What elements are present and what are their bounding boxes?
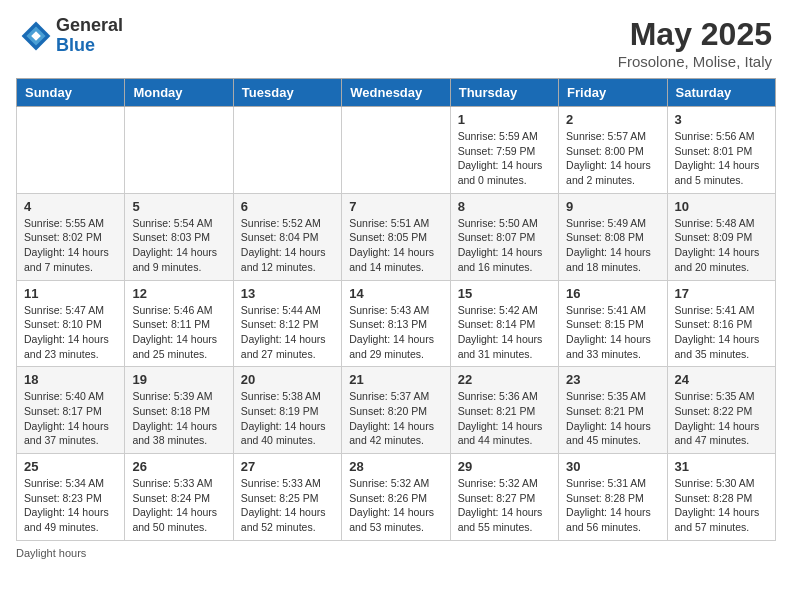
calendar-week-row: 25Sunrise: 5:34 AM Sunset: 8:23 PM Dayli… bbox=[17, 454, 776, 541]
day-info: Sunrise: 5:35 AM Sunset: 8:21 PM Dayligh… bbox=[566, 389, 659, 448]
day-number: 4 bbox=[24, 199, 117, 214]
day-number: 29 bbox=[458, 459, 551, 474]
calendar-cell bbox=[342, 107, 450, 194]
calendar-cell bbox=[17, 107, 125, 194]
calendar-cell: 26Sunrise: 5:33 AM Sunset: 8:24 PM Dayli… bbox=[125, 454, 233, 541]
calendar-cell: 16Sunrise: 5:41 AM Sunset: 8:15 PM Dayli… bbox=[559, 280, 667, 367]
footer: Daylight hours bbox=[0, 541, 792, 565]
calendar-cell: 27Sunrise: 5:33 AM Sunset: 8:25 PM Dayli… bbox=[233, 454, 341, 541]
day-info: Sunrise: 5:32 AM Sunset: 8:26 PM Dayligh… bbox=[349, 476, 442, 535]
calendar-cell: 22Sunrise: 5:36 AM Sunset: 8:21 PM Dayli… bbox=[450, 367, 558, 454]
day-info: Sunrise: 5:32 AM Sunset: 8:27 PM Dayligh… bbox=[458, 476, 551, 535]
day-number: 24 bbox=[675, 372, 768, 387]
day-number: 8 bbox=[458, 199, 551, 214]
day-info: Sunrise: 5:52 AM Sunset: 8:04 PM Dayligh… bbox=[241, 216, 334, 275]
day-number: 1 bbox=[458, 112, 551, 127]
day-number: 16 bbox=[566, 286, 659, 301]
calendar-cell bbox=[233, 107, 341, 194]
calendar-cell: 17Sunrise: 5:41 AM Sunset: 8:16 PM Dayli… bbox=[667, 280, 775, 367]
day-number: 7 bbox=[349, 199, 442, 214]
day-of-week-header: Wednesday bbox=[342, 79, 450, 107]
location-subtitle: Frosolone, Molise, Italy bbox=[618, 53, 772, 70]
day-number: 25 bbox=[24, 459, 117, 474]
day-info: Sunrise: 5:49 AM Sunset: 8:08 PM Dayligh… bbox=[566, 216, 659, 275]
day-info: Sunrise: 5:34 AM Sunset: 8:23 PM Dayligh… bbox=[24, 476, 117, 535]
calendar-cell: 31Sunrise: 5:30 AM Sunset: 8:28 PM Dayli… bbox=[667, 454, 775, 541]
day-info: Sunrise: 5:41 AM Sunset: 8:16 PM Dayligh… bbox=[675, 303, 768, 362]
day-info: Sunrise: 5:43 AM Sunset: 8:13 PM Dayligh… bbox=[349, 303, 442, 362]
day-number: 27 bbox=[241, 459, 334, 474]
calendar-cell: 29Sunrise: 5:32 AM Sunset: 8:27 PM Dayli… bbox=[450, 454, 558, 541]
day-info: Sunrise: 5:33 AM Sunset: 8:24 PM Dayligh… bbox=[132, 476, 225, 535]
logo-icon bbox=[20, 20, 52, 52]
calendar-cell: 23Sunrise: 5:35 AM Sunset: 8:21 PM Dayli… bbox=[559, 367, 667, 454]
day-info: Sunrise: 5:31 AM Sunset: 8:28 PM Dayligh… bbox=[566, 476, 659, 535]
calendar-cell: 30Sunrise: 5:31 AM Sunset: 8:28 PM Dayli… bbox=[559, 454, 667, 541]
day-number: 20 bbox=[241, 372, 334, 387]
day-number: 26 bbox=[132, 459, 225, 474]
day-number: 13 bbox=[241, 286, 334, 301]
day-of-week-header: Tuesday bbox=[233, 79, 341, 107]
calendar-week-row: 4Sunrise: 5:55 AM Sunset: 8:02 PM Daylig… bbox=[17, 193, 776, 280]
day-number: 21 bbox=[349, 372, 442, 387]
day-number: 9 bbox=[566, 199, 659, 214]
day-info: Sunrise: 5:42 AM Sunset: 8:14 PM Dayligh… bbox=[458, 303, 551, 362]
calendar-cell: 12Sunrise: 5:46 AM Sunset: 8:11 PM Dayli… bbox=[125, 280, 233, 367]
day-number: 18 bbox=[24, 372, 117, 387]
calendar-body: 1Sunrise: 5:59 AM Sunset: 7:59 PM Daylig… bbox=[17, 107, 776, 541]
calendar-cell: 15Sunrise: 5:42 AM Sunset: 8:14 PM Dayli… bbox=[450, 280, 558, 367]
calendar-cell: 1Sunrise: 5:59 AM Sunset: 7:59 PM Daylig… bbox=[450, 107, 558, 194]
header: General Blue May 2025 Frosolone, Molise,… bbox=[0, 0, 792, 78]
day-info: Sunrise: 5:47 AM Sunset: 8:10 PM Dayligh… bbox=[24, 303, 117, 362]
calendar-cell: 21Sunrise: 5:37 AM Sunset: 8:20 PM Dayli… bbox=[342, 367, 450, 454]
day-number: 14 bbox=[349, 286, 442, 301]
calendar-week-row: 11Sunrise: 5:47 AM Sunset: 8:10 PM Dayli… bbox=[17, 280, 776, 367]
logo-text: General Blue bbox=[56, 16, 123, 56]
day-info: Sunrise: 5:44 AM Sunset: 8:12 PM Dayligh… bbox=[241, 303, 334, 362]
day-number: 12 bbox=[132, 286, 225, 301]
day-number: 28 bbox=[349, 459, 442, 474]
calendar-cell: 4Sunrise: 5:55 AM Sunset: 8:02 PM Daylig… bbox=[17, 193, 125, 280]
day-number: 22 bbox=[458, 372, 551, 387]
day-number: 10 bbox=[675, 199, 768, 214]
day-info: Sunrise: 5:36 AM Sunset: 8:21 PM Dayligh… bbox=[458, 389, 551, 448]
day-number: 11 bbox=[24, 286, 117, 301]
days-of-week-row: SundayMondayTuesdayWednesdayThursdayFrid… bbox=[17, 79, 776, 107]
day-info: Sunrise: 5:57 AM Sunset: 8:00 PM Dayligh… bbox=[566, 129, 659, 188]
calendar-cell: 11Sunrise: 5:47 AM Sunset: 8:10 PM Dayli… bbox=[17, 280, 125, 367]
day-info: Sunrise: 5:50 AM Sunset: 8:07 PM Dayligh… bbox=[458, 216, 551, 275]
day-number: 17 bbox=[675, 286, 768, 301]
calendar-cell: 13Sunrise: 5:44 AM Sunset: 8:12 PM Dayli… bbox=[233, 280, 341, 367]
daylight-label: Daylight hours bbox=[16, 547, 86, 559]
day-of-week-header: Monday bbox=[125, 79, 233, 107]
title-block: May 2025 Frosolone, Molise, Italy bbox=[618, 16, 772, 70]
calendar-cell: 20Sunrise: 5:38 AM Sunset: 8:19 PM Dayli… bbox=[233, 367, 341, 454]
calendar-header: SundayMondayTuesdayWednesdayThursdayFrid… bbox=[17, 79, 776, 107]
day-info: Sunrise: 5:33 AM Sunset: 8:25 PM Dayligh… bbox=[241, 476, 334, 535]
calendar-cell: 3Sunrise: 5:56 AM Sunset: 8:01 PM Daylig… bbox=[667, 107, 775, 194]
logo-blue-text: Blue bbox=[56, 36, 123, 56]
calendar-cell: 5Sunrise: 5:54 AM Sunset: 8:03 PM Daylig… bbox=[125, 193, 233, 280]
calendar-cell: 9Sunrise: 5:49 AM Sunset: 8:08 PM Daylig… bbox=[559, 193, 667, 280]
day-info: Sunrise: 5:54 AM Sunset: 8:03 PM Dayligh… bbox=[132, 216, 225, 275]
calendar-table: SundayMondayTuesdayWednesdayThursdayFrid… bbox=[16, 78, 776, 541]
calendar-cell: 10Sunrise: 5:48 AM Sunset: 8:09 PM Dayli… bbox=[667, 193, 775, 280]
day-of-week-header: Sunday bbox=[17, 79, 125, 107]
calendar-week-row: 18Sunrise: 5:40 AM Sunset: 8:17 PM Dayli… bbox=[17, 367, 776, 454]
day-number: 23 bbox=[566, 372, 659, 387]
calendar-cell: 24Sunrise: 5:35 AM Sunset: 8:22 PM Dayli… bbox=[667, 367, 775, 454]
day-info: Sunrise: 5:46 AM Sunset: 8:11 PM Dayligh… bbox=[132, 303, 225, 362]
calendar-cell: 19Sunrise: 5:39 AM Sunset: 8:18 PM Dayli… bbox=[125, 367, 233, 454]
day-number: 5 bbox=[132, 199, 225, 214]
calendar-cell: 14Sunrise: 5:43 AM Sunset: 8:13 PM Dayli… bbox=[342, 280, 450, 367]
day-number: 2 bbox=[566, 112, 659, 127]
logo: General Blue bbox=[20, 16, 123, 56]
calendar-cell: 25Sunrise: 5:34 AM Sunset: 8:23 PM Dayli… bbox=[17, 454, 125, 541]
calendar-cell: 28Sunrise: 5:32 AM Sunset: 8:26 PM Dayli… bbox=[342, 454, 450, 541]
day-info: Sunrise: 5:55 AM Sunset: 8:02 PM Dayligh… bbox=[24, 216, 117, 275]
day-info: Sunrise: 5:56 AM Sunset: 8:01 PM Dayligh… bbox=[675, 129, 768, 188]
day-info: Sunrise: 5:37 AM Sunset: 8:20 PM Dayligh… bbox=[349, 389, 442, 448]
calendar-cell: 7Sunrise: 5:51 AM Sunset: 8:05 PM Daylig… bbox=[342, 193, 450, 280]
day-number: 3 bbox=[675, 112, 768, 127]
day-info: Sunrise: 5:35 AM Sunset: 8:22 PM Dayligh… bbox=[675, 389, 768, 448]
